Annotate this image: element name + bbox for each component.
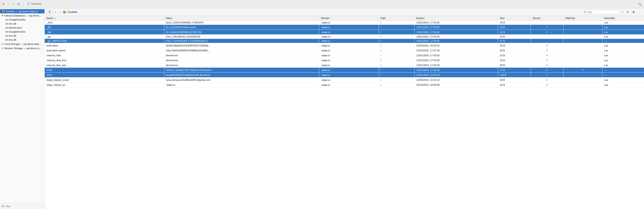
col-header-name[interactable]: Name▲ [45, 16, 164, 20]
close-button[interactable]: ✕ [1, 1, 6, 7]
table-header: Name▲ValueDomainPathExpiresSizeSecureHtt… [45, 16, 644, 20]
table-row[interactable]: FPLCkkcqNKiV84xE3T4qhj0e81fWL4en3%2F....… [45, 73, 644, 77]
table-row[interactable]: _dciddcid.1.1634107869901.173929447.stap… [45, 20, 644, 25]
maximize-button[interactable]: □ [11, 1, 16, 7]
table-row[interactable]: _fbcfb.1.1631891873440.eeeee.stape.io/12… [45, 25, 644, 30]
cell-samesite: — [602, 39, 644, 43]
timelines-label: Timelines [31, 2, 42, 5]
cell-size: 54 B [498, 77, 531, 82]
cell-domain: .stape.io [319, 30, 379, 35]
col-header-expires[interactable]: Expires [414, 16, 498, 20]
table-row[interactable]: auth-token-admine0ac7d643d38485534399f0a… [45, 48, 644, 53]
cell-size: 146 B [498, 73, 531, 77]
cell-samesite: Lax [602, 48, 644, 53]
col-header-secure[interactable]: Secure [531, 16, 564, 20]
table-row[interactable]: FPIDFPID2.2.le9w6eT202Y1bHE1U7sNxnrk%...… [45, 68, 644, 73]
table-row[interactable]: _gaGA1.1.981980163.1642003166.stape.io/1… [45, 35, 644, 39]
cell-path: / [378, 82, 414, 87]
dock-button[interactable]: ⊡ [16, 1, 21, 7]
table-row[interactable]: stape_klaviyo_kx.stape.io.stape.io/20/10… [45, 82, 644, 87]
delete-button[interactable]: 🗑 [631, 10, 636, 14]
sidebar-filter-input[interactable] [5, 205, 43, 208]
cell-domain: .stape.io [319, 68, 379, 73]
table-row[interactable]: stape_klaviyo_emailiryna.denysova%2Btest… [45, 77, 644, 82]
sidebar-item-cookies---wp-demo-stape-io[interactable]: 🍪Cookies — wp-demo.stape.io [0, 9, 44, 13]
minimize-button[interactable]: – [6, 1, 11, 7]
cell-path: / [378, 63, 414, 68]
table-row[interactable]: _ga_VM9YCFJZ0LGS1.1.1642003165.1.0.16420… [45, 39, 644, 43]
sidebar-item-label: GoogleDriveDs [9, 18, 26, 21]
sidebar-item-indexed-databases---wp-demo-stape-io[interactable]: ▾Indexed Databases — wp-demo.stape.io [0, 13, 44, 18]
table-row[interactable]: channel_flow_firstdirect/none.stape.io/1… [45, 58, 644, 63]
sidebar-item-session-storage---wp-demo-stape-io[interactable]: ▷Session Storage — wp-demo.stape.io [0, 46, 44, 50]
cell-domain: .stape.io [319, 63, 379, 68]
cell-path: / [378, 53, 414, 58]
sidebar-item-tmx-db[interactable]: 🗃tmx-db [0, 22, 44, 26]
cell-expires: 19/01/2022, 17:59:25 [414, 35, 498, 39]
add-cookie-button[interactable]: + [620, 10, 624, 14]
sidebar-item-local-storage---wp-demo-stape-io[interactable]: ▷Local Storage — wp-demo.stape.io [0, 42, 44, 46]
search-button[interactable]: 🔍 [637, 1, 643, 7]
col-header-size[interactable]: Size [498, 16, 531, 20]
cell-name: auth-token [45, 43, 164, 48]
cell-httponly [564, 48, 602, 53]
cell-size: 28 B [498, 25, 531, 30]
cell-secure: ✓ [531, 68, 564, 73]
sidebar-item-label: tmx-db [9, 22, 16, 25]
sidebar-item-icon: 🗃 [5, 34, 8, 37]
col-label-httponly: HttpOnly [565, 17, 575, 19]
cell-expires: 12/01/2024, 17:59:26 [414, 58, 498, 63]
tab-timelines[interactable]: ⏱Timelines [24, 0, 45, 8]
cell-httponly [564, 20, 602, 25]
navigate-forward-button[interactable]: › [58, 10, 62, 14]
cell-domain: .stape.io [319, 53, 379, 58]
cell-secure: ✓ [531, 25, 564, 30]
col-header-path[interactable]: Path [378, 16, 414, 20]
cell-httponly [564, 25, 602, 30]
sidebar-item-label: GoogleDriveDs [9, 30, 26, 33]
col-header-domain[interactable]: Domain [319, 16, 379, 20]
sidebar-item-icon: 🗃 [5, 18, 8, 21]
cell-expires: 12/01/2024, 17:59:26 [414, 68, 498, 73]
cell-name: channel_flow [45, 53, 164, 58]
cell-value: .stape.io [164, 82, 319, 87]
col-label-domain: Domain [321, 17, 330, 19]
col-header-value[interactable]: Value [164, 16, 319, 20]
table-row[interactable]: channel_flow_lastdirect/none.stape.io/12… [45, 63, 644, 68]
sidebar-item-googledriveds[interactable]: 🗃GoogleDriveDs [0, 30, 44, 34]
more-button[interactable]: … [637, 10, 642, 14]
sidebar-item-keyval-store[interactable]: 🗃keyval-store [0, 26, 44, 30]
timelines-icon: ⏱ [27, 2, 30, 5]
cell-path: / [378, 77, 414, 82]
cell-httponly [564, 73, 602, 77]
cell-httponly [564, 77, 602, 82]
cell-samesite: — [602, 73, 644, 77]
col-header-httponly[interactable]: HttpOnly [564, 16, 602, 20]
window-controls: ✕ – □ ⊡ [1, 1, 23, 7]
refresh-button[interactable]: ↻ [626, 10, 630, 14]
cell-path: / [378, 35, 414, 39]
filter-input[interactable] [587, 11, 618, 13]
sidebar-toggle-button[interactable]: ☰ [46, 10, 53, 14]
table-row[interactable]: auth-tokeneb39229baff1b410e9f9943f107268… [45, 43, 644, 48]
cell-secure: ✓ [531, 48, 564, 53]
table-row[interactable]: _fbpfb.1.1634107869999.697951759.stape.i… [45, 30, 644, 35]
navigate-back-button[interactable]: ‹ [54, 10, 58, 14]
sidebar-item-tmx-db[interactable]: 🗃tmx-db [0, 38, 44, 42]
cell-expires: 13/01/2022, 13:59:26 [414, 73, 498, 77]
tab-bar: ✕ – □ ⊡ ⊞Elements›Console⊙Sources◎Networ… [0, 0, 644, 8]
cell-httponly [564, 30, 602, 35]
cell-name: _fbp [45, 30, 164, 35]
sidebar-item-googledriveds[interactable]: 🗃GoogleDriveDs [0, 18, 44, 22]
sidebar-tree: 🍪Cookies — wp-demo.stape.io▾Indexed Data… [0, 8, 44, 203]
table-row[interactable]: channel_flowdirect/none.stape.io/12/01/2… [45, 53, 644, 58]
cell-path: / [378, 30, 414, 35]
cell-domain: .stape.io [319, 20, 379, 25]
cell-size: 35 B [498, 20, 531, 25]
sidebar-filter-bar: ⊙ [0, 203, 44, 209]
cell-value: iryna.denysova%2Btest33%40gmail.com [164, 77, 319, 82]
cell-domain: .stape.io [319, 58, 379, 63]
sidebar-item-tmx-db[interactable]: 🗃tmx-db [0, 34, 44, 38]
col-header-samesite[interactable]: SameSite [602, 16, 644, 20]
sidebar-item-label: Session Storage — wp-demo.stape.io [4, 47, 43, 50]
